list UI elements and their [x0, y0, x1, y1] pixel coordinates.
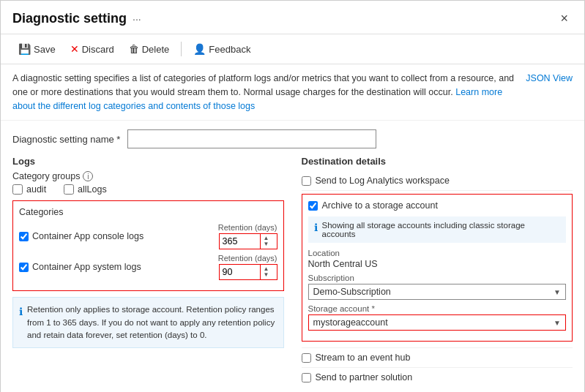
event-hub-label: Stream to an event hub [316, 353, 411, 363]
storage-account-label: Storage account * [308, 304, 567, 313]
close-button[interactable]: × [556, 10, 573, 28]
feedback-icon: 👤 [193, 43, 206, 55]
description-normal: Normal usage charges for the destination… [243, 87, 455, 97]
category-label-2: Container App system logs [32, 262, 141, 272]
logs-column: Logs Category groups i audit [12, 156, 284, 387]
log-analytics-label: Send to Log Analytics workspace [316, 176, 450, 186]
delete-label: Delete [142, 44, 170, 55]
title-ellipsis: ··· [133, 13, 141, 25]
category-row-1: Container App console logs Retention (da… [19, 223, 277, 249]
audit-checkbox-item: audit [12, 184, 46, 195]
archive-label: Archive to a storage account [322, 200, 438, 211]
dialog-header: Diagnostic setting ··· × [1, 1, 584, 34]
categories-title: Categories [19, 207, 277, 217]
destination-section-title: Destination details [302, 156, 573, 167]
retention-arrow-1[interactable]: ▲ ▼ [260, 234, 272, 249]
feedback-button[interactable]: 👤 Feedback [187, 40, 256, 58]
alllogs-label: allLogs [78, 184, 107, 195]
categories-box: Categories Container App console logs Re… [12, 200, 284, 291]
save-label: Save [34, 44, 56, 55]
retention-arrow-2[interactable]: ▲ ▼ [260, 265, 272, 279]
retention-input-wrap-1: ▲ ▼ [219, 233, 277, 249]
retention-group-2: Retention (days) ▲ ▼ [218, 254, 277, 280]
title-text: Diagnostic setting [12, 11, 127, 26]
json-view-link[interactable]: JSON View [526, 72, 573, 86]
category-groups-text: Category groups [12, 171, 80, 181]
archive-info-icon: ℹ [314, 222, 318, 238]
category-label-1: Container App console logs [32, 231, 144, 241]
subscription-dropdown[interactable]: Demo-Subscription ▼ [308, 284, 567, 300]
retention-input-1[interactable] [220, 235, 260, 248]
log-analytics-item: Send to Log Analytics workspace [302, 171, 573, 191]
storage-account-dropdown[interactable]: mystorageaccount ▼ [308, 314, 567, 331]
description-text: A diagnostic setting specifies a list of… [12, 72, 514, 113]
log-analytics-checkbox[interactable] [302, 176, 311, 186]
form-area: Diagnostic setting name * Logs Category … [1, 121, 584, 392]
category-left-1: Container App console logs [19, 231, 144, 241]
category-groups-checkboxes: audit allLogs [12, 184, 284, 195]
diag-name-input[interactable] [127, 129, 376, 148]
delete-button[interactable]: 🗑 Delete [123, 40, 176, 58]
retention-label-2: Retention (days) [218, 254, 277, 263]
category-groups-label: Category groups i [12, 171, 284, 181]
storage-account-field: Storage account * mystorageaccount ▼ [308, 304, 567, 331]
retention-info-icon: ℹ [19, 304, 23, 342]
subscription-field: Subscription Demo-Subscription ▼ [308, 274, 567, 300]
discard-label: Discard [82, 44, 114, 55]
partner-item: Send to partner solution [302, 367, 573, 387]
save-button[interactable]: 💾 Save [12, 40, 62, 58]
storage-account-dropdown-arrow: ▼ [554, 319, 561, 327]
alllogs-checkbox-item: allLogs [64, 184, 107, 195]
archive-box: Archive to a storage account ℹ Showing a… [302, 194, 573, 342]
category-row-2: Container App system logs Retention (day… [19, 254, 277, 280]
location-label: Location [308, 249, 567, 257]
location-value: North Central US [308, 259, 567, 269]
category-left-2: Container App system logs [19, 262, 141, 272]
archive-info-text: Showing all storage accounts including c… [322, 221, 561, 238]
description-bar: A diagnostic setting specifies a list of… [1, 64, 584, 121]
retention-group-1: Retention (days) ▲ ▼ [218, 223, 277, 249]
dialog-title: Diagnostic setting ··· [12, 11, 141, 26]
archive-info-box: ℹ Showing all storage accounts including… [308, 216, 567, 243]
category-groups: Category groups i audit allLogs [12, 171, 284, 195]
discard-button[interactable]: ✕ Discard [64, 40, 120, 58]
delete-icon: 🗑 [129, 43, 139, 55]
feedback-label: Feedback [209, 44, 250, 55]
storage-account-value: mystorageaccount [313, 317, 388, 328]
audit-checkbox[interactable] [12, 184, 23, 195]
archive-checkbox[interactable] [308, 201, 318, 211]
main-columns: Logs Category groups i audit [12, 156, 573, 387]
retention-label-1: Retention (days) [218, 223, 277, 232]
event-hub-item: Stream to an event hub [302, 347, 573, 367]
toolbar: 💾 Save ✕ Discard 🗑 Delete 👤 Feedback [1, 34, 584, 64]
destination-column: Destination details Send to Log Analytic… [302, 156, 573, 387]
alllogs-checkbox[interactable] [64, 184, 74, 195]
discard-icon: ✕ [70, 43, 79, 55]
audit-label: audit [26, 184, 46, 195]
toolbar-divider [181, 42, 182, 56]
retention-down-arrow-2: ▼ [264, 272, 269, 278]
diag-name-label: Diagnostic setting name * [12, 134, 120, 145]
retention-down-arrow-1: ▼ [264, 241, 269, 247]
logs-section-title: Logs [12, 156, 284, 167]
category-groups-info-icon: i [83, 171, 93, 181]
location-field: Location North Central US [308, 249, 567, 269]
save-icon: 💾 [18, 43, 31, 55]
subscription-value: Demo-Subscription [313, 287, 391, 297]
archive-header: Archive to a storage account [308, 200, 567, 211]
retention-info-text: Retention only applies to storage accoun… [27, 304, 277, 342]
diagnostic-setting-dialog: Diagnostic setting ··· × 💾 Save ✕ Discar… [0, 0, 585, 392]
subscription-label: Subscription [308, 274, 567, 282]
partner-label: Send to partner solution [316, 372, 413, 382]
retention-input-2[interactable] [220, 265, 260, 279]
partner-checkbox[interactable] [302, 373, 311, 382]
category-checkbox-2[interactable] [19, 263, 29, 272]
event-hub-checkbox[interactable] [302, 353, 311, 363]
diag-name-row: Diagnostic setting name * [12, 129, 573, 148]
category-checkbox-1[interactable] [19, 232, 29, 241]
retention-info-box: ℹ Retention only applies to storage acco… [12, 297, 284, 348]
retention-input-wrap-2: ▲ ▼ [219, 264, 277, 280]
subscription-dropdown-arrow: ▼ [554, 288, 561, 296]
